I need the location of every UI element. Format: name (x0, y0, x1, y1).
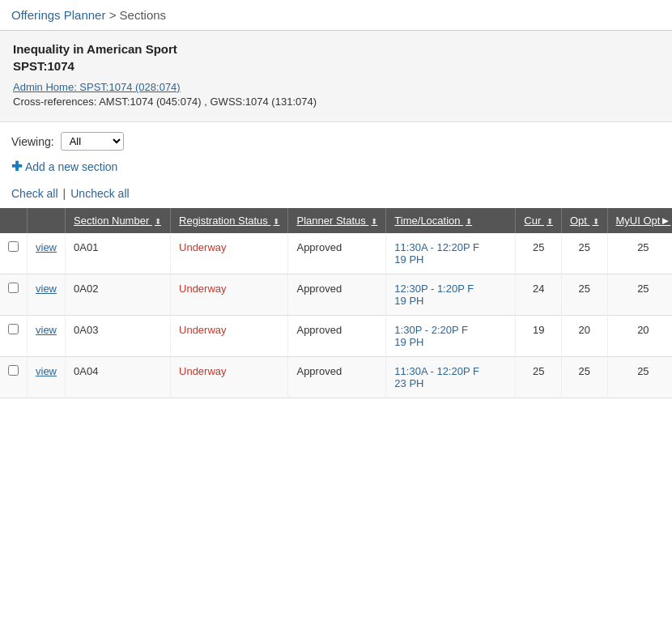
row-section-number: 0A04 (66, 357, 171, 398)
row-myui-opt: 25 (607, 357, 672, 398)
row-planner-status: Approved (288, 274, 386, 316)
row-time-location: 12:30P - 1:20P F19 PH (386, 274, 516, 316)
row-opt: 25 (561, 274, 607, 316)
viewing-select[interactable]: All Current Future (61, 132, 124, 151)
section-number-sort[interactable]: Section Number ⬍ (74, 215, 161, 227)
row-checkbox[interactable] (8, 324, 19, 334)
row-planner-status: Approved (288, 233, 386, 274)
row-registration-status: Underway (171, 316, 288, 357)
table-row: view0A02UnderwayApproved12:30P - 1:20P F… (0, 274, 672, 316)
row-view-cell: view (28, 316, 66, 357)
col-header-time-location: Time/Location ⬍ (386, 208, 516, 233)
row-section-number: 0A02 (66, 274, 171, 316)
check-controls-row: Check all | Uncheck all (0, 184, 672, 208)
check-separator: | (63, 187, 66, 200)
row-registration-status: Underway (171, 274, 288, 316)
uncheck-all-link[interactable]: Uncheck all (70, 187, 129, 200)
time-location-link[interactable]: 11:30A - 12:20P F19 PH (394, 241, 479, 266)
row-time-location: 11:30A - 12:20P F23 PH (386, 357, 516, 398)
row-view-cell: view (28, 233, 66, 274)
col-header-planner-status: Planner Status ⬍ (288, 208, 386, 233)
time-location-link[interactable]: 1:30P - 2:20P F19 PH (394, 324, 468, 348)
opt-sort[interactable]: Opt ⬍ (570, 215, 599, 227)
row-registration-status: Underway (171, 357, 288, 398)
row-checkbox-cell (0, 233, 28, 274)
registration-status-value: Underway (179, 283, 227, 295)
course-links: Admin Home: SPST:1074 (028:074) Cross-re… (13, 81, 659, 108)
row-cur: 19 (516, 316, 562, 357)
registration-status-value: Underway (179, 241, 227, 253)
row-checkbox[interactable] (8, 365, 19, 376)
table-header-row: Section Number ⬍ Registration Status ⬍ P… (0, 208, 672, 233)
row-checkbox-cell (0, 274, 28, 316)
row-checkbox[interactable] (8, 283, 19, 293)
col-header-cur: Cur ⬍ (516, 208, 562, 233)
col-header-checkbox (0, 208, 28, 233)
add-section-link[interactable]: ✚ Add a new section (11, 159, 661, 174)
planner-status-sort[interactable]: Planner Status ⬍ (296, 215, 377, 227)
row-cur: 25 (516, 357, 562, 398)
row-cur: 24 (516, 274, 562, 316)
row-checkbox-cell (0, 316, 28, 357)
table-row: view0A04UnderwayApproved11:30A - 12:20P … (0, 357, 672, 398)
row-checkbox-cell (0, 357, 28, 398)
row-myui-opt: 25 (607, 233, 672, 274)
admin-home-link-row: Admin Home: SPST:1074 (028:074) (13, 81, 659, 93)
view-link[interactable]: view (36, 324, 57, 336)
planner-status-value: Approved (296, 283, 342, 295)
table-body: view0A01UnderwayApproved11:30A - 12:20P … (0, 233, 672, 398)
breadcrumb-separator: > (109, 8, 120, 22)
viewing-label: Viewing: (11, 135, 54, 148)
planner-status-value: Approved (296, 365, 342, 377)
row-view-cell: view (28, 357, 66, 398)
row-myui-opt: 25 (607, 274, 672, 316)
row-checkbox[interactable] (8, 241, 19, 252)
cur-sort[interactable]: Cur ⬍ (524, 215, 553, 227)
course-info-box: Inequality in American Sport SPST:1074 A… (0, 31, 672, 122)
plus-icon: ✚ (11, 159, 22, 174)
add-section-label: Add a new section (25, 160, 117, 173)
row-planner-status: Approved (288, 316, 386, 357)
cross-references-text: Cross-references: AMST:1074 (045:074) , … (13, 96, 317, 108)
time-location-link[interactable]: 11:30A - 12:20P F23 PH (394, 365, 479, 389)
row-time-location: 1:30P - 2:20P F19 PH (386, 316, 516, 357)
registration-status-value: Underway (179, 324, 227, 336)
col-header-myui-opt: MyUI Opt► (607, 208, 672, 233)
myui-opt-sort[interactable]: MyUI Opt► (616, 215, 671, 227)
admin-home-link[interactable]: Admin Home: SPST:1074 (028:074) (13, 81, 181, 93)
row-opt: 25 (561, 233, 607, 274)
view-link[interactable]: view (36, 241, 57, 253)
row-view-cell: view (28, 274, 66, 316)
row-cur: 25 (516, 233, 562, 274)
row-planner-status: Approved (288, 357, 386, 398)
cross-references-row: Cross-references: AMST:1074 (045:074) , … (13, 96, 659, 108)
row-section-number: 0A01 (66, 233, 171, 274)
viewing-row: Viewing: All Current Future (0, 122, 672, 155)
breadcrumb-parent-link[interactable]: Offerings Planner (11, 8, 105, 22)
row-myui-opt: 20 (607, 316, 672, 357)
breadcrumb-current: Sections (120, 8, 167, 22)
col-header-registration-status: Registration Status ⬍ (171, 208, 288, 233)
row-opt: 20 (561, 316, 607, 357)
check-all-link[interactable]: Check all (11, 187, 58, 200)
col-header-section-number: Section Number ⬍ (66, 208, 171, 233)
planner-status-value: Approved (296, 241, 342, 253)
table-row: view0A03UnderwayApproved1:30P - 2:20P F1… (0, 316, 672, 357)
row-time-location: 11:30A - 12:20P F19 PH (386, 233, 516, 274)
add-section-row: ✚ Add a new section (0, 155, 672, 184)
col-header-view (28, 208, 66, 233)
time-location-sort[interactable]: Time/Location ⬍ (394, 215, 472, 227)
breadcrumb: Offerings Planner > Sections (0, 0, 672, 31)
col-header-opt: Opt ⬍ (561, 208, 607, 233)
course-title: Inequality in American Sport (13, 42, 659, 56)
view-link[interactable]: view (36, 283, 57, 295)
row-registration-status: Underway (171, 233, 288, 274)
planner-status-value: Approved (296, 324, 342, 336)
sections-table: Section Number ⬍ Registration Status ⬍ P… (0, 208, 672, 398)
registration-status-value: Underway (179, 365, 227, 377)
row-opt: 25 (561, 357, 607, 398)
view-link[interactable]: view (36, 365, 57, 377)
course-code: SPST:1074 (13, 59, 659, 73)
time-location-link[interactable]: 12:30P - 1:20P F19 PH (394, 283, 474, 307)
registration-status-sort[interactable]: Registration Status ⬍ (179, 215, 279, 227)
